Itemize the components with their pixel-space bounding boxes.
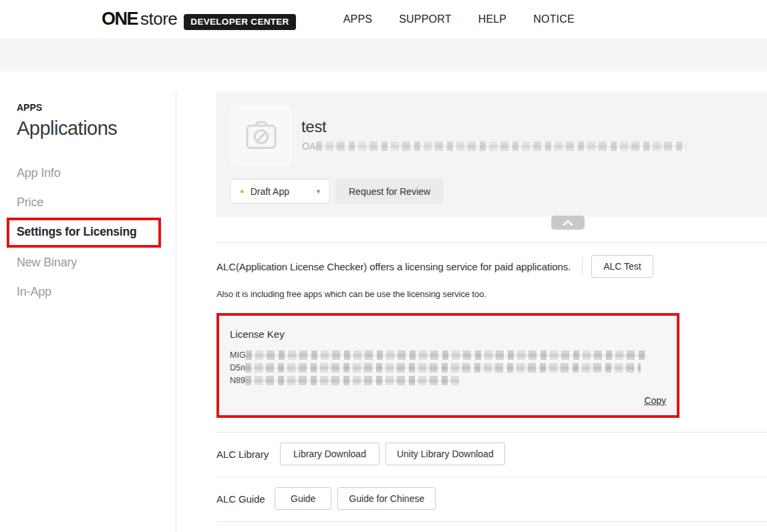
key-prefix-3: N89: [230, 376, 245, 385]
key-prefix-1: MIG: [230, 350, 246, 360]
app-icon-placeholder: [230, 105, 292, 167]
sidebar-item-new-binary[interactable]: New Binary: [17, 256, 176, 270]
nav-support[interactable]: SUPPORT: [399, 13, 451, 25]
license-key-box red-annotation-box: License Key MIG D5n N89 Copy: [216, 313, 679, 418]
main-content: test OA ● Draft App ▼ Request for Review: [216, 91, 767, 532]
request-for-review-button[interactable]: Request for Review: [335, 179, 444, 204]
library-download-button[interactable]: Library Download: [280, 443, 379, 465]
camera-no-image-icon: [243, 119, 280, 153]
license-key-label: License Key: [230, 328, 666, 340]
license-key-line-2: D5n: [230, 361, 666, 374]
logo-store-text: store: [140, 9, 177, 29]
logo-one-text: ONE: [102, 9, 138, 29]
section-divider: [216, 242, 767, 243]
section-divider: [216, 521, 767, 522]
license-key-redacted-blur-2: [245, 363, 641, 372]
nav-notice[interactable]: NOTICE: [533, 13, 575, 25]
app-header-panel: test OA ● Draft App ▼ Request for Review: [216, 91, 767, 217]
copy-license-key-link[interactable]: Copy: [644, 395, 666, 406]
alc-guide-row: ALC Guide Guide Guide for Chinese: [216, 487, 767, 510]
license-key-line-3: N89: [230, 374, 666, 386]
top-nav: APPS SUPPORT HELP NOTICE: [343, 13, 575, 25]
guide-button[interactable]: Guide: [275, 487, 331, 510]
vertical-separator: [582, 257, 583, 276]
section-divider: [216, 432, 767, 433]
alc-free-apps-note: Also it is including free apps which can…: [216, 289, 767, 299]
app-id-prefix: OA: [302, 141, 315, 152]
license-key-redacted-blur-3: [245, 376, 459, 385]
app-id-line: OA: [302, 141, 686, 152]
nav-apps[interactable]: APPS: [343, 13, 373, 25]
collapse-panel-button[interactable]: [551, 216, 585, 230]
top-header: ONE store DEVELOPER CENTER APPS SUPPORT …: [0, 0, 767, 38]
unity-library-download-button[interactable]: Unity Library Download: [386, 443, 505, 465]
section-divider: [216, 477, 767, 477]
sidebar-title: Applications: [17, 117, 176, 140]
license-key-line-1: MIG: [230, 348, 666, 361]
chevron-up-icon: [563, 220, 573, 226]
app-name: test: [301, 117, 326, 136]
app-id-redacted-blur: [316, 142, 686, 151]
chevron-down-icon: ▼: [315, 188, 321, 195]
developer-center-badge: DEVELOPER CENTER: [184, 14, 295, 30]
onestore-logo[interactable]: ONE store DEVELOPER CENTER: [102, 9, 296, 30]
app-status-dropdown[interactable]: ● Draft App ▼: [230, 179, 330, 204]
sidebar: APPS Applications App Info Price Setting…: [0, 91, 176, 532]
guide-for-chinese-button[interactable]: Guide for Chinese: [337, 487, 436, 510]
sidebar-item-in-app[interactable]: In-App: [17, 285, 176, 299]
alc-library-label: ALC Library: [216, 449, 280, 460]
sidebar-item-app-info[interactable]: App Info: [17, 166, 176, 180]
status-dot-icon: ●: [240, 188, 245, 195]
alc-library-row: ALC Library Library Download Unity Libra…: [216, 443, 767, 465]
alc-test-button[interactable]: ALC Test: [591, 255, 653, 278]
key-prefix-2: D5n: [230, 363, 245, 372]
sub-header-band: [0, 38, 767, 71]
red-annotation-box-sidebar: Settings for Licensing: [7, 218, 161, 248]
alc-description: ALC(Application License Checker) offers …: [216, 261, 571, 272]
app-status-value: Draft App: [251, 186, 315, 197]
sidebar-item-price[interactable]: Price: [17, 196, 176, 210]
alc-guide-label: ALC Guide: [216, 493, 275, 505]
app-status-row: ● Draft App ▼ Request for Review: [230, 179, 444, 204]
sidebar-item-settings-for-licensing[interactable]: Settings for Licensing: [17, 225, 158, 239]
sidebar-section-label: APPS: [17, 102, 176, 113]
license-key-redacted-blur-1: [246, 350, 647, 360]
nav-help[interactable]: HELP: [478, 13, 507, 25]
